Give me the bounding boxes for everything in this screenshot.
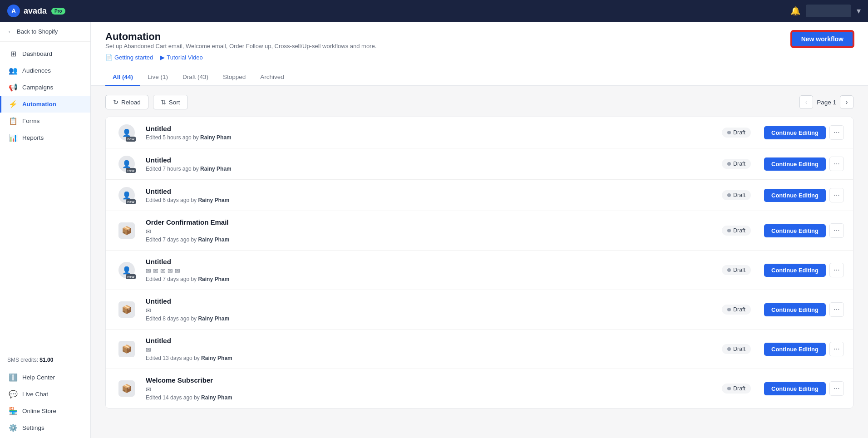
workflow-info: Untitled ✉ Edited 8 days ago by Rainy Ph… [146,297,709,322]
continue-editing-button[interactable]: Continue Editing [764,126,826,139]
sidebar-item-settings[interactable]: ⚙️ Settings [0,419,90,436]
tutorial-video-link[interactable]: ▶ Tutorial Video [160,54,203,61]
tab-live[interactable]: Live (1) [140,69,175,86]
workflow-actions: Continue Editing ··· [764,381,844,396]
new-badge: new [126,199,136,204]
prev-page-button[interactable]: ‹ [799,95,813,109]
person-icon: 👤 [122,266,131,275]
workflow-box-icon: 📦 [118,301,135,318]
workflow-item: 📦 Untitled ✉ Edited 13 days ago by Rainy… [106,330,853,369]
sidebar-item-automation[interactable]: ⚡ Automation [0,96,90,113]
workflow-status-area: Draft [716,190,757,200]
tab-all[interactable]: All (44) [105,69,140,86]
status-dot [727,347,731,351]
workflow-meta: Edited 7 days ago by Rainy Pham [146,276,709,282]
sidebar-item-label: Reports [22,134,44,141]
tab-archived[interactable]: Archived [253,69,291,86]
more-options-button[interactable]: ··· [829,302,844,317]
new-workflow-button[interactable]: New workflow [791,31,853,47]
dropdown-chevron-icon[interactable]: ▾ [857,6,861,16]
continue-editing-button[interactable]: Continue Editing [764,264,826,277]
more-options-button[interactable]: ··· [829,223,844,238]
sidebar-item-dashboard[interactable]: ⊞ Dashboard [0,45,90,62]
sidebar-item-label: Online Store [22,408,56,414]
continue-editing-button[interactable]: Continue Editing [764,189,826,202]
chat-icon: 💬 [9,390,18,399]
email-icon: ✉ [146,228,151,235]
email-icons-row: ✉ [146,346,709,354]
sidebar-item-label: Automation [22,101,56,108]
sidebar-item-label: Forms [22,118,39,124]
sms-credits: SMS credits: $1.00 [0,353,90,367]
person-icon: 👤 [122,128,131,137]
more-icon: ··· [833,345,839,353]
workflow-status-area: Draft [716,159,757,169]
page-header-top: Automation Set up Abandoned Cart email, … [105,31,853,67]
next-page-button[interactable]: › [840,95,853,109]
topbar: A avada Pro 🔔 ▾ [0,0,868,22]
email-icon: ✉ [146,267,151,275]
tab-stopped[interactable]: Stopped [216,69,253,86]
status-label: Draft [733,161,745,167]
workflow-name: Welcome Subscriber [146,376,709,384]
sidebar-item-label: Settings [22,424,44,431]
email-icon: ✉ [160,267,166,275]
workflow-icon-area: 👤 new [115,262,138,278]
sidebar-item-forms[interactable]: 📋 Forms [0,113,90,129]
workflow-box-icon: 📦 [118,380,135,397]
forms-icon: 📋 [9,117,18,125]
email-icons-row: ✉ [146,307,709,314]
continue-editing-button[interactable]: Continue Editing [764,382,826,395]
reload-icon: ↻ [113,98,118,106]
more-options-button[interactable]: ··· [829,188,844,202]
email-icons-row: ✉ [146,228,709,235]
automation-icon: ⚡ [9,100,18,108]
status-label: Draft [733,306,745,313]
continue-editing-button[interactable]: Continue Editing [764,303,826,316]
continue-editing-button[interactable]: Continue Editing [764,157,826,171]
back-to-shopify[interactable]: ← Back to Shopify [0,22,90,42]
getting-started-link[interactable]: 📄 Getting started [105,54,153,61]
topbar-right: 🔔 ▾ [790,5,861,17]
sidebar-item-live-chat[interactable]: 💬 Live Chat [0,386,90,403]
workflow-avatar: 👤 new [118,124,135,141]
workflow-status-area: Draft [716,265,757,275]
workflow-meta: Edited 8 days ago by Rainy Pham [146,315,709,322]
more-options-button[interactable]: ··· [829,157,844,171]
sidebar-item-audiences[interactable]: 👥 Audiences [0,62,90,79]
workflow-item: 📦 Welcome Subscriber ✉ Edited 14 days ag… [106,369,853,408]
sort-label: Sort [169,99,180,106]
workflow-meta: Edited 7 hours ago by Rainy Pham [146,166,709,172]
sidebar-item-label: Campaigns [22,84,53,91]
pagination: ‹ Page 1 › [799,95,853,109]
status-dot [727,387,731,390]
more-icon: ··· [833,191,839,199]
status-dot [727,268,731,272]
workflow-actions: Continue Editing ··· [764,223,844,238]
workflow-status-area: Draft [716,128,757,138]
bell-icon[interactable]: 🔔 [790,6,800,16]
more-options-button[interactable]: ··· [829,263,844,277]
more-options-button[interactable]: ··· [829,125,844,140]
workflow-icon-area: 👤 new [115,156,138,172]
new-badge: new [126,274,136,279]
page-subtitle: Set up Abandoned Cart email, Welcome ema… [105,43,376,49]
continue-editing-button[interactable]: Continue Editing [764,343,826,356]
more-icon: ··· [833,305,839,314]
reload-button[interactable]: ↻ Reload [105,95,148,109]
workflow-actions: Continue Editing ··· [764,125,844,140]
more-options-button[interactable]: ··· [829,342,844,356]
more-options-button[interactable]: ··· [829,381,844,396]
continue-editing-button[interactable]: Continue Editing [764,224,826,237]
sidebar-item-help-center[interactable]: ℹ️ Help Center [0,369,90,386]
back-label: Back to Shopify [17,28,58,35]
sidebar-item-reports[interactable]: 📊 Reports [0,129,90,146]
app-layout: ← Back to Shopify ⊞ Dashboard 👥 Audience… [0,22,868,438]
user-avatar[interactable] [806,5,851,17]
sidebar-item-online-store[interactable]: 🏪 Online Store [0,403,90,419]
sort-button[interactable]: ⇅ Sort [153,95,188,109]
tab-draft[interactable]: Draft (43) [175,69,216,86]
sidebar-item-campaigns[interactable]: 📢 Campaigns [0,79,90,96]
page-links: 📄 Getting started ▶ Tutorial Video [105,54,376,61]
dashboard-icon: ⊞ [9,49,18,58]
